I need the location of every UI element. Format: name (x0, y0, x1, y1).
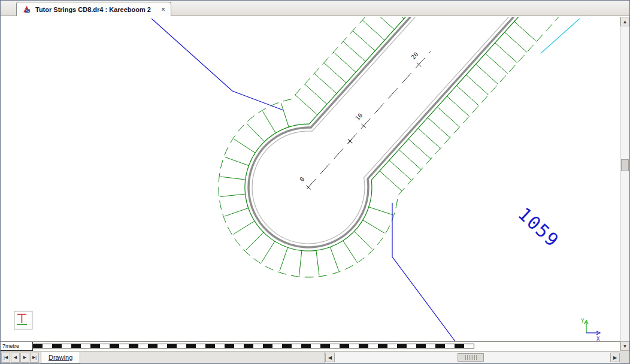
nav-first-icon: |◀ (4, 355, 8, 360)
bottom-bar: |◀ ◀ ▶ ▶| Drawing ◀ ▶ (1, 351, 620, 363)
symbol-marker (14, 311, 32, 329)
chainage-cross-marker (346, 137, 355, 145)
slope-hatch-ticks (220, 17, 537, 275)
nav-prev-icon: ◀ (14, 355, 17, 360)
axis-y-arrow (584, 320, 588, 333)
axis-indicator: Y X (581, 318, 600, 341)
scroll-left-icon: ◀ (328, 355, 332, 360)
scroll-left-button[interactable]: ◀ (325, 353, 335, 362)
scroll-down-button[interactable]: ▼ (620, 341, 629, 351)
boundary-line-northwest (152, 19, 283, 110)
axis-x-arrow (586, 331, 600, 335)
scale-unit-label: 7metre (1, 342, 33, 351)
nav-last-icon: ▶| (32, 355, 37, 360)
road-centerline (306, 51, 431, 189)
road-edge (249, 17, 514, 247)
scroll-up-button[interactable]: ▲ (620, 17, 629, 26)
boundary-line-cyan (541, 19, 580, 53)
scroll-up-icon: ▲ (623, 19, 628, 25)
sheet-tab-label: Drawing (49, 354, 72, 361)
app-window: Tutor Strings CD8.dr4 : Kareeboom 2 × (0, 0, 630, 364)
document-tab-title: Tutor Strings CD8.dr4 : Kareeboom 2 (35, 6, 151, 13)
sheet-nav-first-button[interactable]: |◀ (1, 353, 10, 363)
sheet-nav-last-button[interactable]: ▶| (30, 353, 39, 363)
chainage-label-10: 10 (354, 112, 364, 122)
document-icon (22, 5, 31, 14)
scroll-down-icon: ▼ (623, 344, 628, 349)
chainage-label-0: 0 (298, 175, 305, 183)
document-tab-bar: Tutor Strings CD8.dr4 : Kareeboom 2 × (1, 1, 629, 16)
tab-close-button[interactable]: × (161, 6, 165, 13)
sheet-tab-drawing[interactable]: Drawing (41, 352, 80, 363)
horizontal-scrollbar[interactable]: ◀ ▶ (324, 352, 620, 363)
scrollbar-corner (620, 351, 629, 363)
axis-y-label: Y (581, 318, 584, 324)
horizontal-scroll-thumb[interactable] (458, 353, 484, 362)
vertical-scroll-thumb[interactable] (621, 159, 629, 171)
stand-number-text: 1059 (514, 204, 564, 251)
boundary-line-southeast (392, 203, 455, 341)
chainage-label-20: 20 (410, 51, 419, 60)
scroll-right-icon: ▶ (613, 355, 617, 360)
cad-drawing: 0 10 20 1059 (1, 17, 620, 341)
document-tab[interactable]: Tutor Strings CD8.dr4 : Kareeboom 2 × (16, 2, 171, 16)
sheet-nav-next-button[interactable]: ▶ (20, 353, 29, 363)
scroll-right-button[interactable]: ▶ (610, 353, 620, 362)
scale-bar-row: 7metre (1, 341, 620, 351)
vertical-scrollbar[interactable]: ▲ ▼ (620, 17, 629, 351)
drawing-canvas[interactable]: 0 10 20 1059 (1, 17, 620, 341)
axis-x-label: X (596, 336, 600, 341)
sheet-nav-prev-button[interactable]: ◀ (11, 353, 20, 363)
nav-next-icon: ▶ (23, 355, 26, 360)
